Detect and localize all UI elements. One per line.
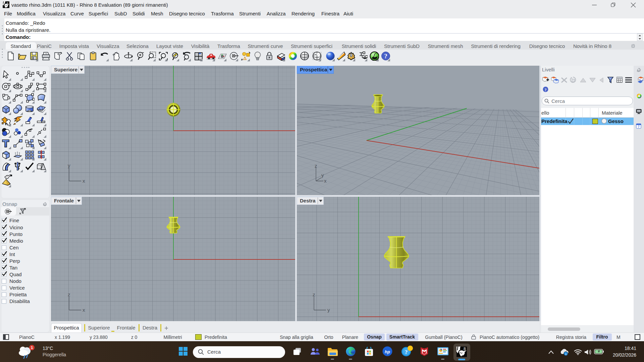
svg-text:?: ? — [638, 125, 640, 128]
svg-text:hp: hp — [385, 349, 390, 354]
svg-text:y: y — [327, 307, 330, 313]
svg-text:x: x — [83, 307, 85, 313]
svg-text:z: z — [68, 293, 70, 297]
svg-text:y: y — [321, 172, 324, 178]
svg-text:y: y — [68, 164, 70, 168]
svg-text:1: 1 — [31, 346, 33, 350]
svg-text:8: 8 — [464, 347, 466, 351]
svg-text:?: ? — [405, 349, 408, 355]
svg-text:x: x — [83, 178, 85, 184]
svg-text:z: z — [315, 164, 317, 169]
svg-text:?: ? — [545, 87, 547, 92]
svg-text:x: x — [324, 178, 327, 184]
svg-text:8: 8 — [7, 2, 8, 5]
svg-text:z: z — [313, 293, 315, 297]
